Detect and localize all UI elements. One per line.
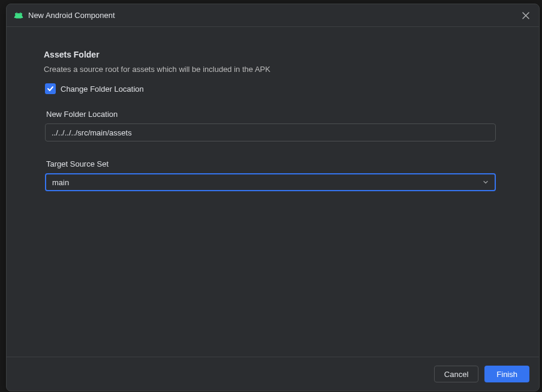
chevron-down-icon (483, 178, 489, 187)
dialog-content: Assets Folder Creates a source root for … (7, 27, 539, 357)
section-heading: Assets Folder (44, 50, 502, 59)
folder-location-input[interactable] (45, 123, 496, 141)
close-icon (522, 11, 530, 20)
checkmark-icon (47, 85, 54, 92)
android-icon (14, 11, 23, 20)
dialog-window: New Android Component Assets Folder Crea… (6, 4, 540, 391)
finish-button[interactable]: Finish (484, 366, 529, 382)
section-description: Creates a source root for assets which w… (44, 65, 502, 74)
close-button[interactable] (520, 10, 532, 22)
change-folder-checkbox-row: Change Folder Location (45, 83, 502, 94)
dialog-title: New Android Component (28, 11, 520, 20)
target-source-set-dropdown[interactable]: main (45, 173, 496, 191)
folder-location-label: New Folder Location (46, 110, 502, 119)
dialog-footer: Cancel Finish (7, 357, 539, 391)
target-source-set-label: Target Source Set (46, 159, 502, 168)
change-folder-checkbox[interactable] (45, 83, 56, 94)
cancel-button[interactable]: Cancel (434, 366, 478, 382)
dropdown-value: main (52, 178, 69, 187)
titlebar: New Android Component (7, 4, 539, 27)
change-folder-checkbox-label[interactable]: Change Folder Location (61, 85, 144, 94)
